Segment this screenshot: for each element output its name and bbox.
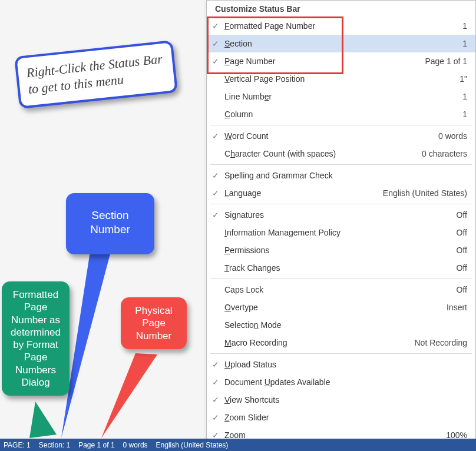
menu-item[interactable]: ✓Zoom Slider bbox=[207, 409, 475, 426]
callout-physical-page-number: Physical Page Number bbox=[121, 297, 187, 349]
menu-item-value: Insert bbox=[447, 303, 467, 312]
status-words[interactable]: 0 words bbox=[123, 441, 148, 449]
menu-separator bbox=[210, 353, 472, 354]
check-icon: ✓ bbox=[207, 210, 224, 220]
menu-item-label: Page Number bbox=[224, 57, 425, 66]
menu-item[interactable]: Vertical Page Position1" bbox=[207, 70, 475, 88]
menu-item-label: Signatures bbox=[224, 210, 457, 220]
menu-item[interactable]: ✓Word Count0 words bbox=[207, 127, 475, 145]
menu-item-label: Overtype bbox=[224, 303, 447, 312]
svg-marker-0 bbox=[29, 402, 57, 438]
check-icon: ✓ bbox=[207, 39, 224, 48]
menu-item-value: Off bbox=[457, 263, 467, 273]
menu-item-label: View Shortcuts bbox=[224, 395, 467, 404]
menu-item-value: Off bbox=[457, 228, 467, 237]
status-page-of[interactable]: Page 1 of 1 bbox=[78, 441, 114, 449]
status-section[interactable]: Section: 1 bbox=[39, 441, 70, 449]
menu-item[interactable]: Column1 bbox=[207, 105, 475, 123]
menu-item-value: English (United States) bbox=[383, 188, 467, 198]
callout-text: Section Number bbox=[90, 209, 130, 236]
callout-text: Formatted Page Number as determined by F… bbox=[11, 289, 61, 388]
svg-marker-2 bbox=[101, 353, 157, 438]
menu-item[interactable]: OvertypeInsert bbox=[207, 299, 475, 316]
customize-status-bar-menu[interactable]: Customize Status Bar ✓Formatted Page Num… bbox=[206, 0, 476, 445]
menu-item-label: Section bbox=[224, 39, 462, 48]
menu-item-label: Zoom Slider bbox=[224, 413, 467, 422]
menu-item-value: 1 bbox=[462, 21, 467, 31]
menu-item-label: Caps Lock bbox=[224, 285, 457, 294]
menu-separator bbox=[210, 125, 472, 125]
menu-item-label: Column bbox=[224, 110, 462, 119]
menu-item[interactable]: Information Management PolicyOff bbox=[207, 224, 475, 241]
instruction-callout: Right-Click the Status Bar to get to thi… bbox=[14, 40, 178, 109]
menu-item[interactable]: ✓Page NumberPage 1 of 1 bbox=[207, 52, 475, 70]
menu-title: Customize Status Bar bbox=[207, 1, 475, 17]
menu-item[interactable]: ✓View Shortcuts bbox=[207, 391, 475, 409]
menu-item-value: 0 characters bbox=[422, 149, 467, 158]
menu-item-value: Off bbox=[457, 246, 467, 255]
menu-item-value: 1 bbox=[462, 92, 467, 101]
menu-item[interactable]: Line Number1 bbox=[207, 88, 475, 105]
status-language[interactable]: English (United States) bbox=[156, 441, 229, 449]
menu-item[interactable]: ✓Section1 bbox=[207, 35, 475, 52]
menu-item-label: Word Count bbox=[224, 131, 438, 141]
menu-item-value: 1 bbox=[462, 39, 467, 48]
menu-item-label: Macro Recording bbox=[224, 338, 415, 347]
menu-item-label: Vertical Page Position bbox=[224, 74, 460, 84]
check-icon: ✓ bbox=[207, 21, 224, 31]
menu-item-label: Spelling and Grammar Check bbox=[224, 171, 467, 180]
instruction-text: Right-Click the Status Bar to get to thi… bbox=[26, 51, 163, 96]
menu-item-label: Language bbox=[224, 188, 383, 198]
menu-item-label: Track Changes bbox=[224, 263, 457, 273]
check-icon: ✓ bbox=[207, 413, 224, 422]
check-icon: ✓ bbox=[207, 360, 224, 369]
check-icon: ✓ bbox=[207, 188, 224, 198]
status-page[interactable]: PAGE: 1 bbox=[4, 441, 31, 449]
menu-item-label: Line Number bbox=[224, 92, 462, 101]
status-bar[interactable]: PAGE: 1 Section: 1 Page 1 of 1 0 words E… bbox=[0, 439, 476, 451]
menu-separator bbox=[210, 164, 472, 165]
menu-item[interactable]: ✓LanguageEnglish (United States) bbox=[207, 184, 475, 202]
menu-item-value: Not Recording bbox=[415, 338, 468, 347]
callout-text: Physical Page Number bbox=[135, 305, 172, 341]
menu-item[interactable]: Track ChangesOff bbox=[207, 259, 475, 277]
menu-item[interactable]: PermissionsOff bbox=[207, 241, 475, 259]
menu-item-value: 1" bbox=[460, 74, 467, 84]
menu-item-label: Upload Status bbox=[224, 360, 467, 369]
menu-item[interactable]: Character Count (with spaces)0 character… bbox=[207, 145, 475, 163]
menu-item-label: Information Management Policy bbox=[224, 228, 457, 237]
menu-item[interactable]: Selection Mode bbox=[207, 316, 475, 334]
check-icon: ✓ bbox=[207, 57, 224, 66]
menu-separator bbox=[210, 278, 472, 279]
check-icon: ✓ bbox=[207, 377, 224, 387]
menu-item[interactable]: ✓SignaturesOff bbox=[207, 206, 475, 224]
menu-separator bbox=[210, 204, 472, 204]
menu-item-value: 1 bbox=[462, 110, 467, 119]
callout-formatted-page-number: Formatted Page Number as determined by F… bbox=[2, 281, 70, 396]
menu-item-label: Permissions bbox=[224, 246, 457, 255]
check-icon: ✓ bbox=[207, 395, 224, 404]
check-icon: ✓ bbox=[207, 131, 224, 141]
menu-item[interactable]: ✓Formatted Page Number1 bbox=[207, 17, 475, 35]
menu-item[interactable]: Macro RecordingNot Recording bbox=[207, 334, 475, 351]
menu-item[interactable]: ✓Spelling and Grammar Check bbox=[207, 167, 475, 184]
menu-item[interactable]: Caps LockOff bbox=[207, 281, 475, 299]
check-icon: ✓ bbox=[207, 171, 224, 180]
menu-item[interactable]: ✓Upload Status bbox=[207, 356, 475, 373]
menu-item-label: Document Updates Available bbox=[224, 377, 467, 387]
menu-item[interactable]: ✓Document Updates Available bbox=[207, 373, 475, 391]
menu-item-value: 0 words bbox=[438, 131, 467, 141]
menu-item-label: Formatted Page Number bbox=[224, 21, 462, 31]
callout-section-number: Section Number bbox=[66, 193, 154, 254]
menu-item-value: Off bbox=[457, 285, 467, 294]
menu-item-value: Page 1 of 1 bbox=[425, 57, 467, 66]
menu-item-label: Selection Mode bbox=[224, 320, 467, 330]
menu-item-label: Character Count (with spaces) bbox=[224, 149, 422, 158]
menu-item-value: Off bbox=[457, 210, 467, 220]
